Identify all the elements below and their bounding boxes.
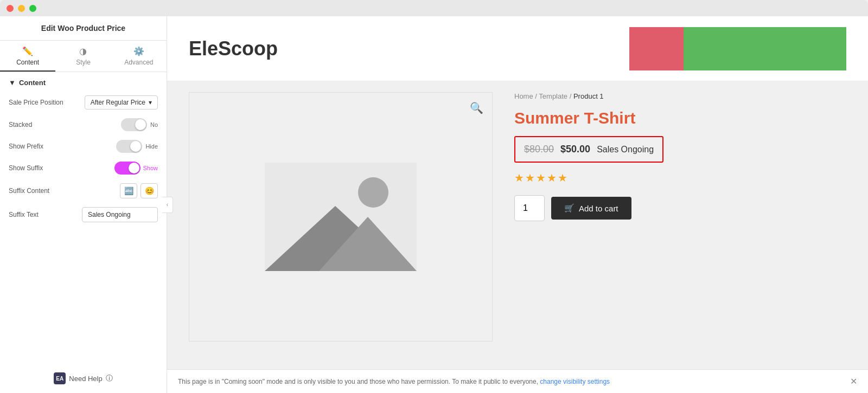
product-title: Summer T-Shirt [514, 109, 846, 127]
cart-icon: 🛒 [564, 203, 575, 213]
suffix-content-emoji-icon[interactable]: 😊 [141, 183, 158, 198]
suffix-content-text-icon[interactable]: 🔤 [120, 183, 137, 198]
sale-price-position-row: Sale Price Position After Regular Price … [9, 95, 158, 109]
close-button[interactable] [7, 5, 14, 12]
stacked-toggle-container: No [121, 118, 158, 131]
footer-close-button[interactable]: ✕ [850, 376, 857, 386]
section-content-header: ▼ Content [9, 79, 158, 87]
breadcrumb: Home / Template / Product 1 [514, 92, 846, 100]
advanced-icon: ⚙️ [133, 46, 144, 56]
style-icon: ◑ [79, 46, 87, 56]
sale-price-position-value: After Regular Price [91, 99, 145, 106]
maximize-button[interactable] [29, 5, 36, 12]
show-suffix-row: Show Suffix Show [9, 162, 158, 175]
show-suffix-value: Show [143, 165, 158, 171]
suffix-content-icons: 🔤 😊 [120, 183, 158, 198]
product-area: 🔍 Home / Template / [167, 81, 868, 369]
main-layout: Edit Woo Product Price ✏️ Content ◑ Styl… [0, 16, 868, 393]
suffix-text-input[interactable] [82, 207, 158, 222]
star-4: ★ [547, 171, 557, 184]
suffix-text-row: Suffix Text [9, 207, 158, 222]
show-prefix-toggle[interactable] [116, 140, 142, 153]
star-5: ★ [558, 171, 567, 184]
tab-content-label: Content [16, 59, 39, 66]
price-sale: $50.00 [560, 144, 590, 155]
sale-price-position-label: Sale Price Position [9, 99, 63, 106]
product-image-container: 🔍 [189, 92, 493, 342]
collapse-sidebar-arrow[interactable]: ‹ [162, 197, 173, 213]
price-box: $80.00 $50.00 Sales Ongoing [514, 136, 663, 163]
star-3: ★ [536, 171, 546, 184]
breadcrumb-current: Product 1 [573, 92, 604, 100]
window-chrome [0, 0, 868, 16]
star-2: ★ [525, 171, 535, 184]
add-to-cart-label: Add to cart [579, 204, 618, 213]
sidebar: Edit Woo Product Price ✏️ Content ◑ Styl… [0, 16, 167, 393]
sale-price-position-dropdown[interactable]: After Regular Price ▾ [85, 95, 158, 109]
show-prefix-value: Hide [145, 143, 158, 150]
breadcrumb-sep2: / [570, 92, 572, 100]
header-bar: EleScoop [167, 16, 868, 81]
product-image-placeholder [265, 163, 417, 271]
suffix-content-label: Suffix Content [9, 187, 49, 195]
section-collapse-icon[interactable]: ▼ [9, 79, 16, 87]
tab-style-label: Style [76, 59, 91, 66]
section-title: Content [19, 79, 46, 87]
tab-advanced[interactable]: ⚙️ Advanced [111, 41, 167, 72]
dropdown-chevron-icon: ▾ [149, 99, 152, 106]
content-area: EleScoop 🔍 [167, 16, 868, 393]
breadcrumb-home[interactable]: Home [514, 92, 533, 100]
add-to-cart-row: 🛒 Add to cart [514, 195, 846, 221]
sidebar-title: Edit Woo Product Price [0, 16, 167, 41]
tab-advanced-label: Advanced [124, 59, 153, 66]
show-suffix-toggle[interactable] [114, 162, 141, 175]
quantity-input[interactable] [514, 195, 545, 221]
sidebar-content: ▼ Content Sale Price Position After Regu… [0, 72, 167, 364]
ea-badge: EA [54, 372, 66, 384]
tab-style[interactable]: ◑ Style [55, 41, 111, 72]
need-help-label[interactable]: Need Help [69, 375, 102, 383]
stacked-value: No [150, 121, 158, 128]
help-circle-icon[interactable]: ⓘ [106, 373, 113, 383]
price-original: $80.00 [524, 144, 554, 155]
show-prefix-row: Show Prefix Hide [9, 140, 158, 153]
product-details: Home / Template / Product 1 Summer T-Shi… [514, 92, 846, 358]
stacked-label: Stacked [9, 121, 32, 128]
header-color-blocks [629, 27, 846, 70]
breadcrumb-template[interactable]: Template [539, 92, 567, 100]
stacked-row: Stacked No [9, 118, 158, 131]
add-to-cart-button[interactable]: 🛒 Add to cart [551, 197, 631, 220]
breadcrumb-sep1: / [535, 92, 537, 100]
price-suffix: Sales Ongoing [597, 145, 654, 154]
show-suffix-label: Show Suffix [9, 164, 43, 172]
star-1: ★ [514, 171, 524, 184]
minimize-button[interactable] [18, 5, 25, 12]
show-prefix-label: Show Prefix [9, 143, 43, 150]
footer-notice-text: This page is in "Coming soon" mode and i… [178, 378, 610, 385]
stacked-toggle[interactable] [121, 118, 147, 131]
need-help-section: EA Need Help ⓘ [0, 364, 167, 393]
svg-point-1 [358, 177, 388, 208]
suffix-text-label: Suffix Text [9, 211, 39, 218]
brand-logo: EleScoop [189, 37, 278, 60]
tab-content[interactable]: ✏️ Content [0, 41, 55, 72]
product-stars: ★ ★ ★ ★ ★ [514, 171, 846, 184]
footer-link[interactable]: change visibility settings [540, 378, 610, 385]
show-suffix-toggle-container: Show [114, 162, 158, 175]
show-prefix-toggle-container: Hide [116, 140, 158, 153]
content-icon: ✏️ [22, 46, 33, 56]
suffix-content-row: Suffix Content 🔤 😊 [9, 183, 158, 198]
color-block-red [629, 27, 684, 70]
color-block-green [684, 27, 846, 70]
footer-notice: This page is in "Coming soon" mode and i… [167, 369, 868, 393]
product-search-icon[interactable]: 🔍 [470, 101, 483, 114]
tabs-bar: ✏️ Content ◑ Style ⚙️ Advanced [0, 41, 167, 72]
